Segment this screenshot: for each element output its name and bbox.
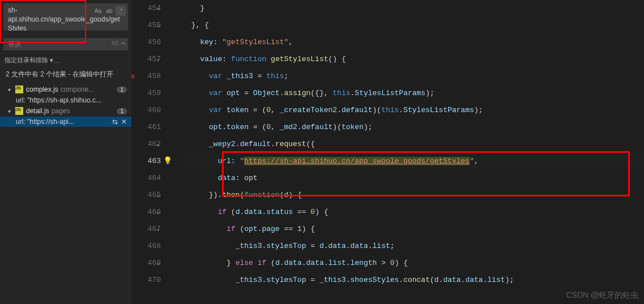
fold-icon[interactable]: ⌄ [156, 0, 160, 17]
fold-icon[interactable]: ⌄ [156, 187, 160, 204]
code-area[interactable]: } }, { key: "getStylesList", value: func… [171, 0, 644, 304]
filter-label: 指定目录和排除 ▾ [5, 56, 53, 65]
whole-word-icon[interactable]: ab [104, 6, 114, 16]
match-text: url: "https://sh-api.shihuo.c... [16, 96, 127, 104]
match-count-badge: 1 [117, 108, 127, 114]
results-tree: ▾ JS complex.js compone... 1 url: "https… [0, 82, 131, 304]
search-box: sh-api.shihuo.cn/app_swoole_goods/getSty… [0, 0, 131, 36]
watermark: CSDN @蛀牙的蛀虫 [566, 290, 638, 301]
match-count-badge: 1 [117, 87, 127, 93]
code-editor[interactable]: 454⌄ 455⌄ 456 457⌄ 458 459 460 461 462⌄ … [131, 0, 644, 304]
match-result[interactable]: url: "https://sh-api... ⇆ ✕ [0, 117, 131, 127]
match-text: url: "https://sh-api... [16, 118, 112, 126]
replace-input[interactable] [3, 38, 128, 50]
lightbulb-icon[interactable]: 💡 [163, 153, 172, 170]
more-icon[interactable]: … [53, 57, 59, 64]
file-name: detail.js [26, 107, 49, 115]
search-sidebar: sh-api.shihuo.cn/app_swoole_goods/getSty… [0, 0, 131, 304]
match-case-icon[interactable]: Aa [93, 6, 103, 16]
breakpoint-icon[interactable] [131, 74, 135, 79]
filter-row[interactable]: 指定目录和排除 ▾ … [0, 54, 131, 67]
replace-icon[interactable]: ⇆ [112, 118, 118, 126]
chevron-down-icon: ▾ [8, 87, 15, 93]
results-summary: 2 文件中有 2 个结果 - 在编辑中打开 [0, 67, 131, 82]
js-file-icon: JS [15, 85, 23, 93]
fold-icon[interactable]: ⌄ [156, 136, 160, 153]
dismiss-icon[interactable]: ✕ [121, 118, 127, 126]
gutter: 454⌄ 455⌄ 456 457⌄ 458 459 460 461 462⌄ … [131, 0, 171, 304]
file-path: compone... [61, 85, 115, 93]
file-result[interactable]: ▾ JS detail.js pages 1 [0, 105, 131, 117]
fold-icon[interactable]: ⌄ [156, 204, 160, 221]
regex-icon[interactable]: .* [116, 6, 126, 16]
preserve-case-icon[interactable]: AB [112, 40, 119, 46]
replace-box: AB ⇆ [0, 36, 131, 54]
chevron-down-icon: ▾ [8, 108, 15, 114]
fold-icon[interactable]: ⌄ [156, 221, 160, 238]
fold-icon[interactable]: ⌄ [156, 255, 160, 272]
file-path: pages [52, 107, 115, 115]
js-file-icon: JS [15, 107, 23, 115]
replace-all-icon[interactable]: ⇆ [121, 40, 126, 46]
match-result[interactable]: url: "https://sh-api.shihuo.c... [0, 95, 131, 105]
file-result[interactable]: ▾ JS complex.js compone... 1 [0, 84, 131, 95]
fold-icon[interactable]: ⌄ [156, 51, 160, 68]
fold-icon[interactable]: ⌄ [156, 17, 160, 34]
file-name: complex.js [26, 85, 58, 93]
